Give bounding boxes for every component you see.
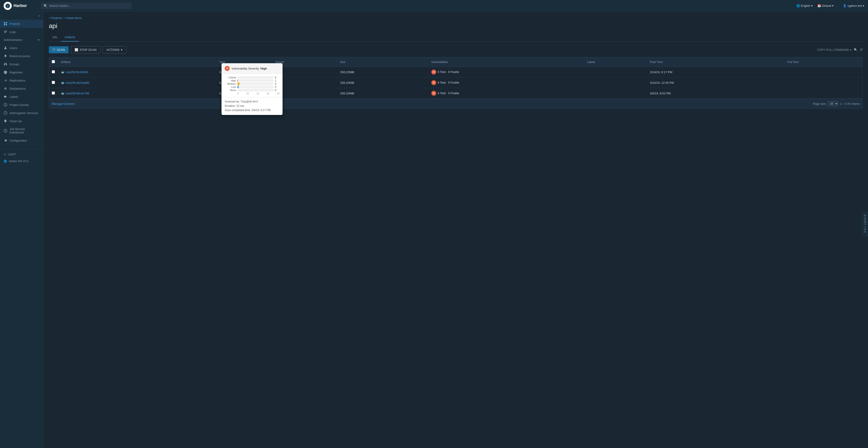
size-cell: 258.22MiB bbox=[338, 67, 429, 77]
row-checkbox[interactable] bbox=[52, 92, 55, 95]
administration-section[interactable]: Administration ▾ bbox=[0, 36, 43, 44]
vuln-fixable: 6 Fixable bbox=[448, 70, 459, 74]
language-selector[interactable]: 🌐 English ▾ bbox=[796, 4, 813, 7]
sidebar-collapse-button[interactable]: « bbox=[0, 12, 43, 20]
sidebar-item-users[interactable]: Users bbox=[0, 44, 43, 52]
cal-chevron-icon: ▾ bbox=[832, 4, 834, 7]
svg-rect-3 bbox=[4, 24, 5, 25]
col-size: Size bbox=[338, 57, 429, 67]
tab-info[interactable]: Info bbox=[49, 33, 61, 41]
artifact-link[interactable]: 🐳 sha256:86c4c799 bbox=[61, 92, 214, 95]
topnav: Harbor 🔍 Search Harbor... 🌐 English ▾ 📅 … bbox=[0, 0, 868, 12]
manage-columns-button[interactable]: Manage Columns bbox=[52, 102, 75, 105]
chart-label: Critical bbox=[225, 76, 236, 79]
sidebar-item-logs[interactable]: Logs bbox=[0, 28, 43, 36]
calendar-selector[interactable]: 📅 Default ▾ bbox=[817, 4, 834, 7]
svg-text:?: ? bbox=[5, 112, 6, 114]
job-dashboard-icon bbox=[4, 129, 7, 133]
sidebar-item-robot-accounts[interactable]: Robot Accounts bbox=[0, 52, 43, 60]
pull-time-cell bbox=[785, 88, 862, 99]
calendar-icon: 📅 bbox=[817, 4, 821, 7]
app-logo[interactable]: Harbor bbox=[4, 2, 35, 10]
sidebar-item-labels[interactable]: Labels bbox=[0, 93, 43, 101]
artifact-id: sha256:4b23ad92 bbox=[66, 81, 89, 84]
toolbar: 🛡 SCAN ⬜ STOP SCAN ACTIONS ▾ COPY PULL C… bbox=[49, 46, 863, 54]
whale-icon: 🐳 bbox=[61, 81, 64, 84]
stop-icon: ⬜ bbox=[74, 48, 78, 51]
sidebar-item-label: Replications bbox=[9, 79, 26, 82]
user-icon: 👤 bbox=[843, 4, 846, 7]
size-cell: 258.22MiB bbox=[338, 88, 429, 99]
sidebar-item-replications[interactable]: Replications bbox=[0, 76, 43, 84]
sidebar-item-label: Robot Accounts bbox=[9, 55, 30, 58]
refresh-icon[interactable]: ↺ bbox=[860, 48, 863, 52]
stop-scan-button[interactable]: ⬜ STOP SCAN bbox=[71, 46, 100, 54]
pull-time-cell bbox=[785, 67, 862, 77]
actions-chevron-icon: ▾ bbox=[121, 48, 123, 51]
svg-point-15 bbox=[4, 63, 5, 64]
tab-artifacts[interactable]: Artifacts bbox=[61, 33, 79, 41]
actions-button[interactable]: ACTIONS ▾ bbox=[103, 46, 126, 54]
chart-value: 3 bbox=[275, 82, 279, 85]
sidebar-item-distributions[interactable]: Distributions bbox=[0, 84, 43, 93]
nav-divider2 bbox=[838, 2, 838, 9]
chart-bar-container bbox=[237, 82, 274, 85]
scan-completed: Scan completed time: 3/6/24, 6:17 PM bbox=[225, 108, 279, 112]
harbor-api-link[interactable]: 🌐 Harbor API V2.0 bbox=[0, 158, 43, 165]
chart-value: 1 bbox=[275, 79, 279, 82]
artifact-link[interactable]: 🐳 sha256:4b23ad92 bbox=[61, 81, 214, 84]
sidebar-item-job-service-dashboard[interactable]: Job Service Dashboard bbox=[0, 125, 43, 136]
row-checkbox[interactable] bbox=[52, 70, 55, 73]
chart-axis: 010203040 bbox=[225, 92, 279, 95]
chart-bar bbox=[237, 82, 240, 85]
sidebar-item-label: Interrogation Services bbox=[9, 111, 38, 115]
search-icon[interactable]: 🔍 bbox=[854, 48, 857, 51]
topnav-right: 🌐 English ▾ 📅 Default ▾ 👤 cgdevx-bot ▾ bbox=[796, 2, 864, 9]
search-bar[interactable]: 🔍 Search Harbor... bbox=[41, 3, 131, 9]
sidebar-item-projects[interactable]: Projects bbox=[0, 20, 43, 28]
projects-icon bbox=[4, 22, 7, 26]
sidebar-item-label: Users bbox=[9, 46, 17, 50]
chart-label: High bbox=[225, 79, 236, 82]
col-push-time: Push Time bbox=[647, 57, 785, 67]
sidebar-item-groups[interactable]: Groups bbox=[0, 60, 43, 68]
sidebar-item-configuration[interactable]: Configuration bbox=[0, 136, 43, 144]
chart-label: Low bbox=[225, 85, 236, 88]
artifact-link[interactable]: 🐳 sha256:f5c66504 bbox=[61, 70, 214, 74]
artifact-id: sha256:f5c66504 bbox=[66, 70, 88, 74]
sidebar-item-cleanup[interactable]: Clean Up bbox=[0, 117, 43, 125]
breadcrumb-cnask-demo[interactable]: < cnask-demo bbox=[63, 16, 82, 20]
app-name: Harbor bbox=[13, 3, 27, 8]
section-label: Administration bbox=[4, 38, 22, 41]
chart-value: 2 bbox=[275, 85, 279, 88]
event-log-tab[interactable]: EVENT LOG bbox=[862, 212, 868, 236]
logs-icon bbox=[4, 30, 7, 34]
replications-icon bbox=[4, 78, 7, 82]
globe-icon: 🌐 bbox=[796, 4, 800, 7]
page-size-select[interactable]: 15 25 50 bbox=[828, 101, 838, 106]
chart-row-low: Low 2 bbox=[225, 85, 279, 88]
vuln-badge[interactable]: H bbox=[431, 80, 436, 85]
breadcrumb: < Projects < cnask-demo bbox=[49, 16, 863, 20]
light-mode-toggle[interactable]: ☀ LIGHT bbox=[0, 151, 43, 158]
artifacts-table: Artifacts Tags Signed Size Vulnerabiliti… bbox=[49, 57, 863, 109]
whale-icon: 🐳 bbox=[61, 92, 64, 95]
vuln-badge[interactable]: H bbox=[431, 70, 436, 74]
scan-button[interactable]: 🛡 SCAN bbox=[49, 46, 68, 53]
breadcrumb-projects[interactable]: < Projects bbox=[49, 16, 62, 20]
table-header: Artifacts Tags Signed Size Vulnerabiliti… bbox=[49, 57, 862, 67]
sidebar-item-interrogation-services[interactable]: ? Interrogation Services bbox=[0, 109, 43, 117]
sidebar-item-registries[interactable]: Registries bbox=[0, 68, 43, 76]
user-menu[interactable]: 👤 cgdevx-bot ▾ bbox=[843, 4, 864, 7]
artifact-id: sha256:86c4c799 bbox=[66, 92, 89, 95]
copy-pull-command[interactable]: COPY PULL COMMAND ▾ bbox=[817, 48, 851, 51]
vuln-badge[interactable]: H bbox=[431, 91, 436, 96]
chart-value: 0 bbox=[275, 76, 279, 79]
light-label: LIGHT bbox=[8, 153, 16, 156]
svg-rect-13 bbox=[5, 57, 5, 57]
row-checkbox[interactable] bbox=[52, 81, 55, 84]
chart-label: None bbox=[225, 89, 236, 92]
select-all-checkbox[interactable] bbox=[52, 60, 55, 63]
sidebar-item-project-quotas[interactable]: Project Quotas bbox=[0, 101, 43, 109]
sidebar-item-label: Logs bbox=[9, 30, 16, 34]
